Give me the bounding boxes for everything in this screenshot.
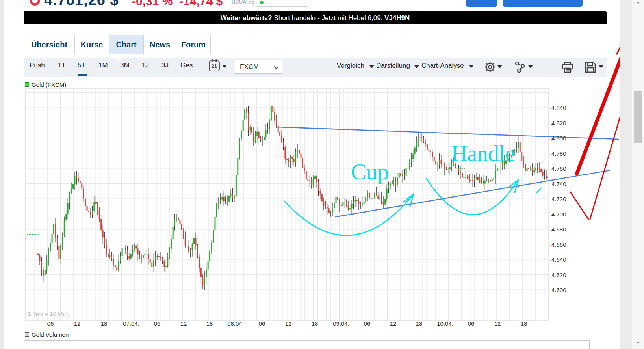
calendar-caret-icon[interactable] bbox=[222, 65, 227, 68]
promo-banner-text: Short handeln - Jetzt mit Hebel 6,09: bbox=[272, 14, 384, 22]
instrument-price: 4.761,26 $ bbox=[44, 0, 119, 9]
market-open-dot-icon bbox=[260, 1, 264, 4]
x-axis-label: 06 bbox=[364, 320, 371, 327]
y-axis-label: 4.820 bbox=[551, 120, 566, 127]
scrollbar-down-icon[interactable]: ⌄ bbox=[635, 338, 642, 345]
header-action-button-2[interactable] bbox=[503, 0, 583, 7]
y-axis-label: 4.680 bbox=[551, 226, 566, 233]
range-3m[interactable]: 3M bbox=[120, 62, 130, 69]
price-chart-canvas[interactable] bbox=[0, 87, 622, 331]
y-axis-label: 4.600 bbox=[551, 287, 566, 293]
x-axis-label: 18 bbox=[521, 320, 527, 327]
x-axis-label: 06 bbox=[47, 320, 54, 327]
range-1j[interactable]: 1J bbox=[142, 62, 149, 69]
x-axis-label: 12 bbox=[180, 320, 187, 327]
vergleich-caret-icon[interactable] bbox=[369, 65, 374, 68]
tab-kurse[interactable]: Kurse bbox=[75, 35, 109, 54]
market-status-box[interactable] bbox=[253, 0, 311, 7]
range-1m[interactable]: 1M bbox=[98, 62, 108, 69]
x-axis-label: 10.04. bbox=[437, 320, 453, 327]
tab-uebersicht[interactable]: Übersicht bbox=[24, 35, 75, 54]
calendar-icon[interactable]: 21 bbox=[209, 60, 220, 71]
x-axis-label: 12 bbox=[494, 320, 501, 327]
printer-icon[interactable] bbox=[561, 61, 574, 76]
y-axis-label: 4.720 bbox=[551, 196, 566, 202]
price-change-percent: -0,31 % bbox=[132, 0, 173, 8]
y-axis-label: 4.800 bbox=[551, 135, 566, 142]
settings-caret-icon[interactable] bbox=[497, 65, 502, 68]
menu-darstellung[interactable]: Darstellung bbox=[376, 62, 410, 70]
y-axis-label: 4.780 bbox=[551, 150, 566, 157]
menu-vergleich[interactable]: Vergleich bbox=[337, 62, 364, 70]
x-axis-label: 12 bbox=[285, 320, 292, 327]
volume-chart-box bbox=[24, 340, 590, 349]
page: 4.761,26 $ -0,31 % -14,74 $ 10:04:26 Wei… bbox=[0, 0, 644, 349]
y-axis-label: 4.760 bbox=[551, 165, 566, 172]
menu-chart-analyse[interactable]: Chart-Analyse bbox=[421, 62, 464, 70]
x-axis-label: 12 bbox=[74, 320, 81, 327]
x-axis-label: 09.04. bbox=[333, 320, 349, 327]
settings-gear-icon[interactable] bbox=[484, 61, 496, 75]
share-caret-icon[interactable] bbox=[528, 65, 533, 68]
price-change-absolute: -14,74 $ bbox=[179, 0, 223, 8]
legend-gold-swatch-icon bbox=[25, 82, 29, 87]
range-5t[interactable]: 5T bbox=[78, 62, 85, 69]
browser-scrollbar[interactable] bbox=[632, 0, 644, 349]
y-axis-label: 4.840 bbox=[551, 105, 566, 111]
range-push[interactable]: Push bbox=[30, 62, 45, 69]
x-axis-label: 12 bbox=[390, 320, 397, 327]
chart-analyse-caret-icon[interactable] bbox=[469, 65, 473, 68]
y-axis-label: 4.660 bbox=[551, 241, 566, 248]
tick-note: 1 Tick = 10 Min. bbox=[28, 310, 69, 317]
tab-chart[interactable]: Chart bbox=[109, 35, 144, 54]
y-axis-label: 4.700 bbox=[551, 211, 566, 218]
x-axis-label: 06 bbox=[154, 320, 161, 327]
legend-volume[interactable]: Gold Volumen bbox=[25, 331, 69, 338]
y-axis-label: 4.640 bbox=[551, 256, 566, 263]
range-3j[interactable]: 3J bbox=[161, 62, 169, 69]
x-axis-label: 18 bbox=[206, 320, 213, 327]
tab-news[interactable]: News bbox=[144, 35, 176, 54]
save-disk-icon[interactable] bbox=[584, 61, 597, 76]
x-axis-label: 18 bbox=[312, 320, 318, 327]
promo-banner-lead: Weiter abwärts? bbox=[221, 14, 272, 22]
tab-forum[interactable]: Forum bbox=[176, 35, 211, 54]
page-gutter-right bbox=[620, 0, 632, 349]
x-axis-label: 08.04. bbox=[227, 320, 244, 327]
handle-arc-head bbox=[536, 188, 541, 193]
instrument-logo-icon bbox=[30, 0, 40, 6]
y-axis-label: 4.620 bbox=[551, 272, 566, 278]
cup-annotation-label: Cup bbox=[351, 159, 389, 185]
x-axis-label: 07.04. bbox=[123, 320, 139, 327]
darstellung-caret-icon[interactable] bbox=[414, 65, 419, 68]
share-network-icon[interactable] bbox=[513, 61, 526, 75]
x-axis-label: 06 bbox=[259, 320, 265, 327]
page-gutter-left bbox=[0, 0, 4, 349]
quote-timestamp: 10:04:26 bbox=[230, 0, 255, 6]
promo-banner[interactable]: Weiter abwärts? Short handeln - Jetzt mi… bbox=[24, 11, 607, 24]
x-axis-label: 06 bbox=[468, 320, 475, 327]
x-axis-label: 18 bbox=[416, 320, 423, 327]
promo-banner-code: VJ4H9N bbox=[384, 14, 410, 22]
active-range-underline bbox=[78, 74, 87, 76]
header-action-button-1[interactable] bbox=[466, 0, 497, 7]
save-caret-icon[interactable] bbox=[599, 65, 603, 68]
range-ges[interactable]: Ges. bbox=[180, 62, 195, 69]
range-1t[interactable]: 1T bbox=[58, 62, 66, 69]
y-axis-label: 4.740 bbox=[551, 181, 566, 187]
candlestick-layer bbox=[37, 100, 547, 290]
trendline-descending-resistance bbox=[277, 127, 618, 139]
scrollbar-up-icon[interactable]: ⌃ bbox=[635, 1, 642, 8]
handle-annotation-label: Handle bbox=[451, 141, 515, 166]
legend-volume-swatch-icon bbox=[25, 332, 29, 337]
scrollbar-thumb[interactable] bbox=[634, 91, 642, 143]
x-axis-label: 18 bbox=[101, 320, 108, 327]
active-tab-notch bbox=[115, 58, 123, 62]
